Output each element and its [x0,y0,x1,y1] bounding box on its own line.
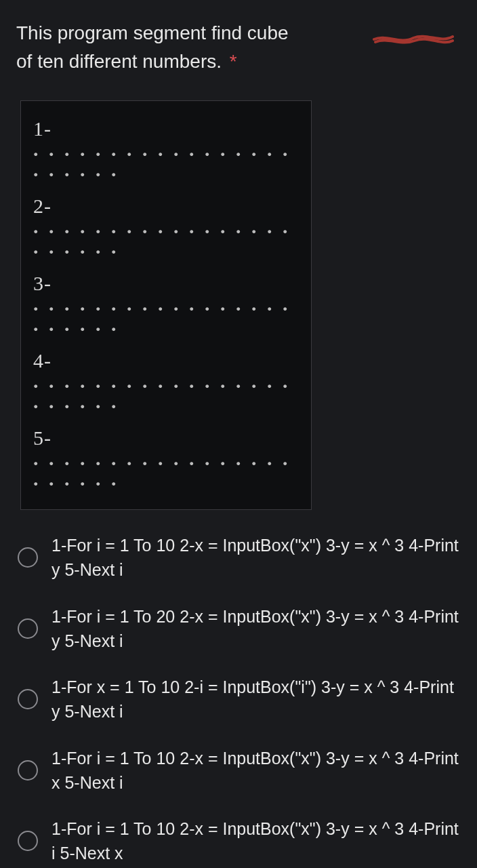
option-label: 1-For i = 1 To 10 2-x = InputBox("x") 3-… [51,816,461,866]
radio-icon [18,831,38,851]
option-1[interactable]: 1-For i = 1 To 10 2-x = InputBox("x") 3-… [18,533,461,583]
required-star: * [230,51,237,72]
question-line2: of ten different numbers. [16,51,222,72]
code-row: 2-. . . . . . . . . . . . . . . . . . . … [33,188,299,265]
redaction-scribble [373,27,454,42]
question-line1: This program segment find cube [16,22,289,43]
option-label: 1-For i = 1 To 10 2-x = InputBox("x") 3-… [51,746,461,795]
code-row: 3-. . . . . . . . . . . . . . . . . . . … [33,265,299,342]
radio-icon [18,618,38,639]
code-row: 1-. . . . . . . . . . . . . . . . . . . … [33,111,299,188]
option-2[interactable]: 1-For i = 1 To 20 2-x = InputBox("x") 3-… [18,604,461,654]
option-label: 1-For i = 1 To 10 2-x = InputBox("x") 3-… [51,533,461,583]
option-3[interactable]: 1-For x = 1 To 10 2-i = InputBox("i") 3-… [18,675,461,724]
option-4[interactable]: 1-For i = 1 To 10 2-x = InputBox("x") 3-… [18,746,461,795]
code-row: 4-. . . . . . . . . . . . . . . . . . . … [33,342,299,420]
option-5[interactable]: 1-For i = 1 To 10 2-x = InputBox("x") 3-… [18,816,461,866]
code-row: 5-. . . . . . . . . . . . . . . . . . . … [33,420,299,497]
radio-icon [18,689,38,709]
code-template-box: 1-. . . . . . . . . . . . . . . . . . . … [20,100,312,510]
radio-icon [18,760,38,781]
question-text: This program segment find cube of ten di… [16,19,461,76]
option-label: 1-For x = 1 To 10 2-i = InputBox("i") 3-… [51,675,461,724]
option-label: 1-For i = 1 To 20 2-x = InputBox("x") 3-… [51,604,461,654]
radio-icon [18,547,38,568]
options-group: 1-For i = 1 To 10 2-x = InputBox("x") 3-… [16,533,461,866]
